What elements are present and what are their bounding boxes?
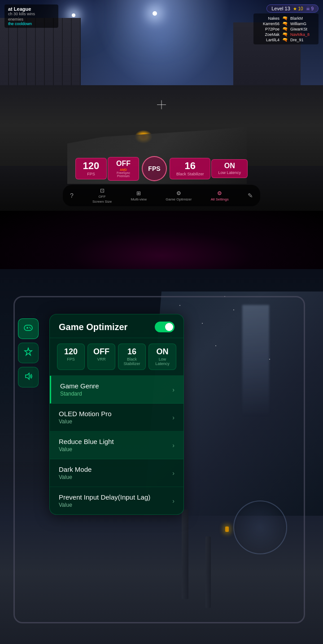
weapon-icon: 🔫 bbox=[282, 16, 288, 21]
screen-size-icon: ⊡ bbox=[100, 187, 105, 194]
snow-particle bbox=[202, 323, 203, 324]
low-latency-label: Low Latency bbox=[218, 170, 241, 175]
menu-item-oled-motion[interactable]: OLED Motion Pro Value › bbox=[50, 404, 183, 431]
left-sidebar bbox=[18, 318, 43, 387]
chevron-right-icon: › bbox=[172, 497, 175, 505]
edit-button[interactable]: ✎ bbox=[248, 192, 253, 199]
panel-stat-vrr: OFF VRR bbox=[87, 344, 115, 370]
hud-title: at League bbox=[8, 6, 55, 12]
weapon-icon: 🔫 bbox=[282, 37, 288, 42]
level-badge: Level 13 ★ 10 ☠ 9 bbox=[266, 4, 319, 13]
hud-bottom: 120 FPS OFF AMD FreeSync Premium bbox=[63, 156, 260, 206]
panel-stat-low-latency: ON Low Latency bbox=[148, 344, 176, 370]
amd-logo: AMD bbox=[120, 168, 127, 171]
fps-value: 120 bbox=[82, 161, 100, 171]
player-name-right: WilliamG bbox=[290, 22, 315, 26]
gamepad-icon bbox=[23, 324, 33, 334]
reduce-blue-value: Value bbox=[59, 446, 114, 453]
weapon-icon: 🔫 bbox=[282, 32, 288, 37]
scene-circle bbox=[233, 500, 287, 554]
panel-header: Game Optimizer bbox=[50, 314, 183, 338]
fps-stat: 120 FPS bbox=[75, 158, 107, 179]
snow-particle bbox=[179, 305, 180, 306]
svg-marker-6 bbox=[26, 373, 29, 379]
settings-star-icon bbox=[23, 347, 33, 359]
snow-particle bbox=[215, 345, 216, 346]
menu-item-reduce-blue-light[interactable]: Reduce Blue Light Value › bbox=[50, 431, 183, 459]
optimizer-panel: Game Optimizer 120 FPS OFF VRR 16 Black … bbox=[49, 314, 184, 515]
top-game-section: at League ch 30 kills wins enemies the c… bbox=[0, 0, 323, 211]
help-button[interactable]: ? bbox=[70, 192, 74, 199]
svg-point-3 bbox=[29, 327, 30, 328]
vrr-stat: OFF AMD FreeSync Premium bbox=[108, 157, 139, 181]
menu-item-blue-left: Reduce Blue Light Value bbox=[59, 438, 114, 453]
panel-title: Game Optimizer bbox=[59, 322, 127, 332]
sidebar-gamepad-button[interactable] bbox=[18, 318, 39, 339]
black-stabilizer-label: Black Stabilizer bbox=[176, 172, 204, 176]
hud-detail: enemies bbox=[8, 17, 55, 22]
panel-fps-value: 120 bbox=[60, 348, 82, 356]
game-genre-value: Standard bbox=[60, 391, 99, 397]
all-settings-icon: ⚙ bbox=[217, 190, 222, 196]
pillar-left bbox=[182, 509, 188, 599]
oled-motion-title: OLED Motion Pro bbox=[59, 410, 112, 418]
toggle-switch[interactable] bbox=[155, 322, 175, 332]
dark-mode-title: Dark Mode bbox=[59, 466, 92, 473]
star-count: ★ 10 bbox=[293, 6, 303, 11]
input-delay-value: Value bbox=[59, 502, 150, 508]
hud-subtitle: ch 30 kills wins bbox=[8, 12, 55, 16]
low-latency-stat: ON Low Latency bbox=[211, 159, 248, 178]
menu-bar: ? ⊡ OFF Screen Size ⊞ Multi-view ⚙ Game … bbox=[63, 185, 260, 206]
multi-view-label: Multi-view bbox=[131, 197, 147, 201]
fps-center-button[interactable]: FPS bbox=[142, 156, 167, 181]
player-name: ZoeMak bbox=[257, 32, 279, 37]
game-optimizer-menu[interactable]: ⚙ Game Optimizer bbox=[166, 190, 192, 201]
game-genre-title: Game Genre bbox=[60, 382, 99, 390]
hud-top: at League ch 30 kills wins enemies the c… bbox=[0, 4, 323, 44]
snow-particle bbox=[233, 309, 234, 310]
chevron-right-icon: › bbox=[172, 414, 175, 421]
player-name-right: BlarkM bbox=[290, 16, 315, 21]
crosshair bbox=[155, 98, 168, 112]
player-row: ZoeMak 🔫 NavMka_8 bbox=[257, 32, 315, 37]
player-name-right: Dre_91 bbox=[290, 38, 315, 42]
panel-ll-label: Low Latency bbox=[152, 357, 173, 366]
svg-marker-5 bbox=[25, 348, 32, 355]
player-row: Nakes 🔫 BlarkM bbox=[257, 16, 315, 21]
vrr-value: OFF bbox=[114, 160, 132, 167]
snow-particle bbox=[224, 296, 225, 297]
multi-view-menu[interactable]: ⊞ Multi-view bbox=[131, 190, 147, 201]
player-name-right: GiwarKSt bbox=[290, 27, 315, 31]
game-optimizer-icon: ⚙ bbox=[176, 190, 181, 196]
panel-vrr-label: VRR bbox=[91, 357, 112, 361]
panel-fps-label: FPS bbox=[60, 357, 82, 361]
weapon-icon: 🔫 bbox=[282, 26, 288, 31]
menu-item-delay-left: Prevent Input Delay(Input Lag) Value bbox=[59, 493, 150, 508]
menu-item-prevent-input-delay[interactable]: Prevent Input Delay(Input Lag) Value › bbox=[50, 487, 183, 514]
menu-item-game-genre-left: Game Genre Standard bbox=[60, 382, 99, 397]
screen-size-menu[interactable]: ⊡ OFF Screen Size bbox=[92, 187, 112, 204]
menu-item-dark-mode[interactable]: Dark Mode Value › bbox=[50, 459, 183, 487]
chevron-right-icon: › bbox=[172, 442, 175, 449]
multi-view-icon: ⊞ bbox=[136, 190, 141, 196]
weapon-icon: 🔫 bbox=[282, 21, 288, 26]
player-row: Karren56 🔫 WilliamG bbox=[257, 21, 315, 26]
freesync-text: FreeSync bbox=[117, 171, 130, 174]
premium-text: Premium bbox=[117, 174, 130, 178]
low-latency-value: ON bbox=[218, 162, 241, 170]
skull-count: ☠ 9 bbox=[306, 6, 314, 11]
player-name: Karren56 bbox=[257, 22, 279, 26]
pillar-right bbox=[205, 536, 211, 608]
black-stabilizer-value: 16 bbox=[176, 161, 204, 171]
player-name: Lar6lL4 bbox=[257, 38, 279, 42]
chevron-right-icon: › bbox=[172, 470, 175, 477]
menu-item-game-genre[interactable]: Game Genre Standard › bbox=[50, 376, 183, 404]
sidebar-settings-button[interactable] bbox=[18, 343, 39, 363]
game-optimizer-label: Game Optimizer bbox=[166, 197, 192, 201]
level-label: Level 13 bbox=[271, 6, 290, 11]
oled-motion-value: Value bbox=[59, 418, 112, 425]
panel-bs-label: Black Stabilizer bbox=[121, 357, 143, 366]
all-settings-menu[interactable]: ⚙ All Settings bbox=[211, 190, 229, 201]
sidebar-volume-button[interactable] bbox=[18, 367, 39, 387]
waterfall bbox=[242, 305, 269, 417]
